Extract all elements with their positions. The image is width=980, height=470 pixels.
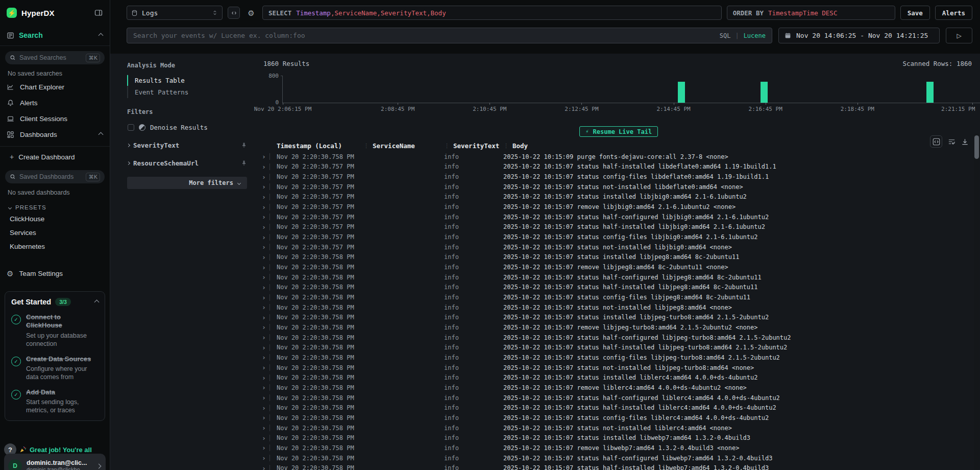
- table-row[interactable]: ›Nov 20 2:20:30.758 PMinfo2025-10-22 10:…: [260, 403, 980, 413]
- row-expand-chevron-icon[interactable]: ›: [262, 163, 266, 170]
- table-row[interactable]: ›Nov 20 2:20:30.758 PMinfo2025-10-22 10:…: [260, 372, 980, 383]
- row-expand-chevron-icon[interactable]: ›: [262, 334, 266, 341]
- row-expand-chevron-icon[interactable]: ›: [262, 435, 266, 441]
- table-row[interactable]: ›Nov 20 2:20:30.758 PMinfo2025-10-22 10:…: [260, 333, 980, 343]
- collapse-sidebar-icon[interactable]: [94, 9, 103, 17]
- scrollbar-thumb[interactable]: [974, 135, 979, 159]
- table-row[interactable]: ›Nov 20 2:20:30.758 PMinfo2025-10-22 10:…: [260, 443, 980, 453]
- mode-results-table[interactable]: Results Table: [128, 75, 247, 86]
- filter-group-severitytext[interactable]: SeverityText: [127, 140, 247, 150]
- column-header-severitytext[interactable]: ⋮SeverityText: [441, 142, 500, 150]
- chart-bar[interactable]: [926, 82, 934, 103]
- sidebar-item-chart-explorer[interactable]: Chart Explorer: [0, 79, 110, 95]
- table-row[interactable]: ›Nov 20 2:20:30.758 PMinfo2025-10-22 10:…: [260, 363, 980, 373]
- table-row[interactable]: ›Nov 20 2:20:30.758 PMinfo2025-10-22 10:…: [260, 272, 980, 283]
- time-range-picker[interactable]: Nov 20 14:06:25 - Nov 20 14:21:25: [778, 28, 940, 43]
- sidebar-item-client-sessions[interactable]: Client Sessions: [0, 111, 110, 127]
- table-row[interactable]: ›Nov 20 2:20:30.758 PMinfo2025-10-22 10:…: [260, 463, 980, 470]
- sidebar-preset-kubernetes[interactable]: Kubernetes: [0, 240, 110, 253]
- table-row[interactable]: ›Nov 20 2:20:30.757 PMinfo2025-10-22 10:…: [260, 202, 980, 212]
- mode-sql-option[interactable]: SQL: [720, 32, 731, 39]
- table-row[interactable]: ›Nov 20 2:20:30.758 PMinfo2025-10-22 10:…: [260, 292, 980, 302]
- row-expand-chevron-icon[interactable]: ›: [262, 274, 266, 280]
- table-row[interactable]: ›Nov 20 2:20:30.757 PMinfo2025-10-22 10:…: [260, 172, 980, 182]
- table-row[interactable]: ›Nov 20 2:20:30.758 PMinfo2025-10-22 10:…: [260, 252, 980, 263]
- row-expand-chevron-icon[interactable]: ›: [262, 194, 266, 200]
- row-expand-chevron-icon[interactable]: ›: [262, 183, 266, 190]
- sidebar-item-search[interactable]: Search: [0, 23, 110, 46]
- row-expand-chevron-icon[interactable]: ›: [262, 314, 266, 321]
- row-expand-chevron-icon[interactable]: ›: [262, 284, 266, 291]
- row-expand-chevron-icon[interactable]: ›: [262, 153, 266, 160]
- denoise-results-row[interactable]: Denoise Results: [127, 122, 247, 132]
- source-select[interactable]: Logs: [127, 6, 223, 20]
- column-header-servicename[interactable]: ⋮ServiceName: [360, 142, 441, 150]
- sidebar-preset-services[interactable]: Services: [0, 226, 110, 240]
- more-filters-button[interactable]: More filters: [127, 177, 247, 189]
- table-row[interactable]: ›Nov 20 2:20:30.757 PMinfo2025-10-22 10:…: [260, 182, 980, 192]
- save-button[interactable]: Save: [900, 6, 930, 20]
- mode-event-patterns[interactable]: Event Patterns: [128, 86, 247, 98]
- table-row[interactable]: ›Nov 20 2:20:30.758 PMinfo2025-10-22 10:…: [260, 393, 980, 403]
- sidebar-item-dashboards[interactable]: Dashboards: [0, 127, 110, 143]
- row-expand-chevron-icon[interactable]: ›: [262, 364, 266, 371]
- row-expand-chevron-icon[interactable]: ›: [262, 405, 266, 411]
- row-expand-chevron-icon[interactable]: ›: [262, 174, 266, 180]
- row-expand-chevron-icon[interactable]: ›: [262, 354, 266, 361]
- alerts-button[interactable]: Alerts: [935, 6, 972, 20]
- row-expand-chevron-icon[interactable]: ›: [262, 244, 266, 250]
- row-expand-chevron-icon[interactable]: ›: [262, 234, 266, 241]
- row-expand-chevron-icon[interactable]: ›: [262, 264, 266, 271]
- search-input[interactable]: [133, 32, 715, 39]
- table-row[interactable]: ›Nov 20 2:20:30.757 PMinfo2025-10-22 10:…: [260, 222, 980, 232]
- table-row[interactable]: ›Nov 20 2:20:30.758 PMinfo2025-10-22 10:…: [260, 302, 980, 313]
- row-expand-chevron-icon[interactable]: ›: [262, 344, 266, 351]
- pin-icon[interactable]: [241, 142, 247, 148]
- chart-bar[interactable]: [678, 82, 685, 103]
- chevron-up-icon[interactable]: [94, 299, 100, 304]
- vertical-scrollbar[interactable]: [974, 133, 979, 470]
- row-expand-chevron-icon[interactable]: ›: [262, 214, 266, 220]
- presets-toggle[interactable]: PRESETS: [0, 198, 110, 212]
- settings-gear-button[interactable]: ⚙: [245, 7, 257, 19]
- table-row[interactable]: ›Nov 20 2:20:30.758 PMinfo2025-10-22 10:…: [260, 353, 980, 363]
- create-dashboard-button[interactable]: + Create Dashboard: [0, 149, 110, 165]
- filter-group-resourceschemaurl[interactable]: ResourceSchemaUrl: [127, 158, 247, 168]
- table-row[interactable]: ›Nov 20 2:20:30.758 PMinfo2025-10-22 10:…: [260, 423, 980, 433]
- row-expand-chevron-icon[interactable]: ›: [262, 324, 266, 331]
- row-expand-chevron-icon[interactable]: ›: [262, 254, 266, 261]
- code-view-button[interactable]: [228, 7, 240, 19]
- sidebar-item-team-settings[interactable]: ⚙ Team Settings: [0, 265, 110, 283]
- row-expand-chevron-icon[interactable]: ›: [262, 304, 266, 311]
- table-row[interactable]: ›Nov 20 2:20:30.758 PMinfo2025-10-22 10:…: [260, 262, 980, 272]
- row-expand-chevron-icon[interactable]: ›: [262, 384, 266, 391]
- chart-bar[interactable]: [761, 82, 768, 103]
- get-started-header[interactable]: Get Started 3/3: [11, 298, 99, 306]
- table-row[interactable]: ›Nov 20 2:20:30.758 PMinfo2025-10-22 10:…: [260, 453, 980, 463]
- table-row[interactable]: ›Nov 20 2:20:30.757 PMinfo2025-10-22 10:…: [260, 162, 980, 172]
- denoise-checkbox[interactable]: [128, 124, 134, 131]
- table-row[interactable]: ›Nov 20 2:20:30.757 PMinfo2025-10-22 10:…: [260, 242, 980, 252]
- sidebar-item-alerts[interactable]: Alerts: [0, 95, 110, 111]
- table-row[interactable]: ›Nov 20 2:20:30.758 PMinfo2025-10-22 10:…: [260, 413, 980, 423]
- row-expand-chevron-icon[interactable]: ›: [262, 425, 266, 431]
- table-row[interactable]: ›Nov 20 2:20:30.758 PMinfo2025-10-22 10:…: [260, 313, 980, 323]
- table-row[interactable]: ›Nov 20 2:20:30.757 PMinfo2025-10-22 10:…: [260, 212, 980, 222]
- column-header-body[interactable]: ⋮Body: [500, 142, 980, 150]
- table-row[interactable]: ›Nov 20 2:20:30.758 PMinfo2025-10-22 10:…: [260, 152, 980, 162]
- pin-icon[interactable]: [241, 160, 247, 166]
- mode-lucene-option[interactable]: Lucene: [744, 32, 766, 39]
- chevron-up-icon[interactable]: [99, 33, 104, 38]
- row-expand-chevron-icon[interactable]: ›: [262, 294, 266, 301]
- row-expand-chevron-icon[interactable]: ›: [262, 374, 266, 381]
- row-expand-chevron-icon[interactable]: ›: [262, 455, 266, 461]
- column-header-timestamp[interactable]: Timestamp (Local): [274, 142, 360, 150]
- row-expand-chevron-icon[interactable]: ›: [262, 465, 266, 470]
- run-query-button[interactable]: ▷: [946, 28, 972, 43]
- row-expand-chevron-icon[interactable]: ›: [262, 444, 266, 451]
- table-row[interactable]: ›Nov 20 2:20:30.758 PMinfo2025-10-22 10:…: [260, 322, 980, 333]
- sidebar-preset-clickhouse[interactable]: ClickHouse: [0, 212, 110, 226]
- chevron-up-icon[interactable]: [99, 132, 104, 137]
- download-icon[interactable]: [961, 138, 969, 146]
- table-row[interactable]: ›Nov 20 2:20:30.758 PMinfo2025-10-22 10:…: [260, 383, 980, 393]
